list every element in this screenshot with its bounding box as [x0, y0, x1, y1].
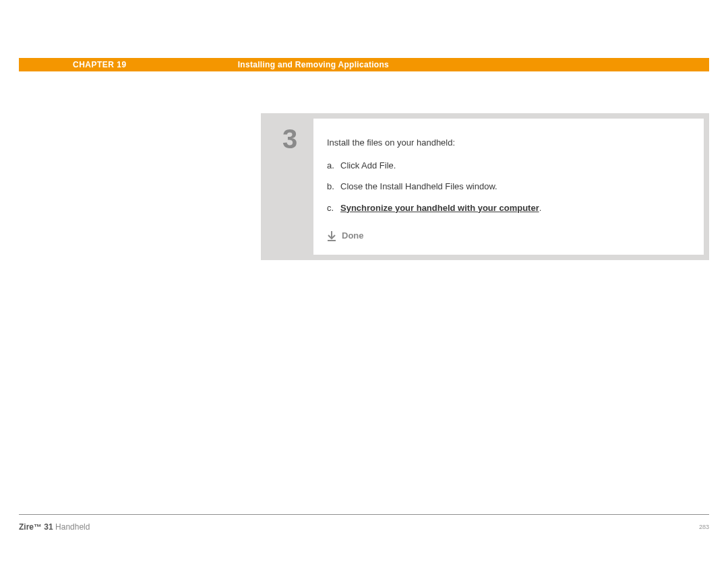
footer-page-number: 283 [699, 524, 709, 530]
substep-b: b. Close the Install Handheld Files wind… [327, 180, 690, 193]
step-card-inner: 3 Install the files on your handheld: a.… [266, 119, 704, 255]
substep-c-marker: c. [327, 201, 340, 215]
footer: Zire™ 31 Handheld 283 [19, 522, 709, 532]
done-row: Done [327, 229, 690, 243]
substep-c-text: Synchronize your handheld with your comp… [340, 201, 690, 215]
sync-link[interactable]: Synchronize your handheld with your comp… [340, 203, 539, 213]
substep-a: a. Click Add File. [327, 159, 690, 173]
step-card: 3 Install the files on your handheld: a.… [261, 113, 709, 260]
substep-b-marker: b. [327, 180, 340, 193]
step-number-column: 3 [266, 119, 313, 255]
substep-a-text: Click Add File. [340, 159, 690, 173]
done-arrow-icon [327, 230, 336, 241]
substep-c-trailing: . [539, 203, 542, 213]
chapter-header-bar: CHAPTER 19 Installing and Removing Appli… [19, 58, 709, 71]
step-number: 3 [282, 125, 297, 255]
step-body: Install the files on your handheld: a. C… [313, 119, 704, 255]
substep-c: c. Synchronize your handheld with your c… [327, 201, 690, 215]
step-intro-text: Install the files on your handheld: [327, 136, 690, 150]
footer-product: Zire™ 31 Handheld [19, 522, 90, 532]
chapter-title: Installing and Removing Applications [238, 60, 389, 69]
footer-product-bold: Zire™ 31 [19, 522, 53, 532]
footer-rule [19, 514, 709, 515]
chapter-label: CHAPTER 19 [73, 60, 127, 69]
substep-a-marker: a. [327, 159, 340, 173]
substep-b-text: Close the Install Handheld Files window. [340, 180, 690, 193]
done-label: Done [342, 229, 364, 243]
footer-product-rest: Handheld [53, 522, 90, 532]
